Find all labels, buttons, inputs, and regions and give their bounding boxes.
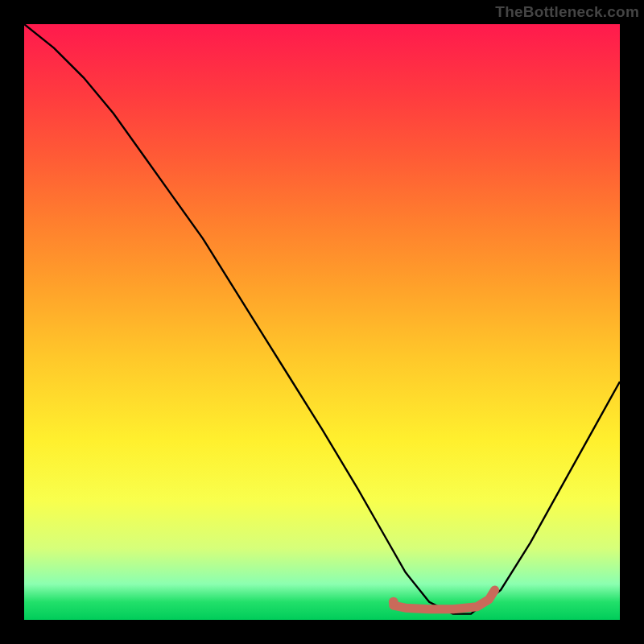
optimum-segment xyxy=(394,590,495,609)
watermark: TheBottleneck.com xyxy=(495,3,639,21)
optimum-point xyxy=(389,597,398,607)
chart-canvas xyxy=(24,24,620,620)
bottleneck-curve xyxy=(24,24,620,614)
bottleneck-curve-svg xyxy=(24,24,620,620)
